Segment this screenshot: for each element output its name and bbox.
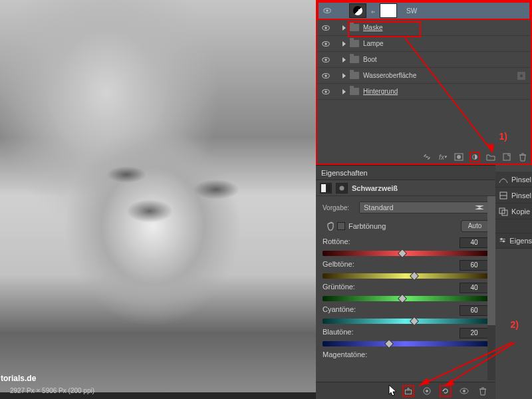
- layer-group-hintergrund[interactable]: Hintergrund: [317, 84, 531, 100]
- group-icon[interactable]: [485, 152, 496, 162]
- visibility-icon[interactable]: [321, 55, 331, 65]
- adjustment-layer-icon[interactable]: [469, 152, 480, 162]
- fx-icon[interactable]: fx▾: [438, 152, 448, 162]
- annotation-label-2: 2): [511, 319, 519, 330]
- svg-point-5: [325, 43, 327, 45]
- layer-name[interactable]: Hintergrund: [363, 88, 398, 95]
- blue-value[interactable]: 20: [460, 328, 489, 338]
- hand-tool-icon[interactable]: [325, 221, 337, 231]
- properties-icon[interactable]: [517, 72, 525, 80]
- adjustment-type-icon: [320, 183, 332, 194]
- link-layers-icon[interactable]: [422, 152, 432, 162]
- visibility-icon[interactable]: [321, 39, 331, 49]
- magenta-label: Magentatöne:: [323, 350, 367, 358]
- blue-label: Blautöne:: [323, 328, 353, 338]
- adjustment-thumb-icon[interactable]: [349, 3, 366, 18]
- preset-label: Vorgabe:: [323, 204, 359, 211]
- blue-slider[interactable]: [323, 341, 489, 346]
- expand-icon[interactable]: [342, 25, 346, 31]
- svg-rect-19: [503, 154, 510, 160]
- tint-label: Farbtönung: [348, 222, 386, 230]
- auto-button[interactable]: Auto: [461, 220, 489, 232]
- trash-icon[interactable]: [477, 385, 489, 397]
- red-label: Rottöne:: [323, 237, 350, 248]
- layer-name[interactable]: Lampe: [363, 40, 384, 47]
- expand-icon[interactable]: [342, 89, 346, 94]
- layer-group-boot[interactable]: Boot: [317, 52, 531, 68]
- trash-icon[interactable]: [517, 152, 528, 162]
- mask-view-icon[interactable]: [336, 183, 348, 194]
- collapsed-panels: Pinsel Pinsel Kopie Eigens: [495, 172, 532, 249]
- svg-point-13: [325, 90, 327, 93]
- visibility-icon[interactable]: [321, 71, 331, 80]
- side-tab-clone[interactable]: Kopie: [495, 203, 532, 219]
- svg-point-25: [426, 390, 428, 392]
- red-slider[interactable]: [323, 251, 489, 256]
- expand-icon[interactable]: [342, 73, 346, 78]
- yellow-slider[interactable]: [323, 273, 489, 279]
- tint-checkbox[interactable]: [337, 222, 345, 230]
- yellow-value[interactable]: 60: [460, 260, 489, 271]
- previous-state-icon[interactable]: [421, 385, 433, 397]
- folder-icon: [350, 56, 359, 63]
- yellow-label: Gelbtöne:: [323, 260, 354, 271]
- side-tab-brush[interactable]: Pinsel: [495, 188, 532, 203]
- cyan-label: Cyantöne:: [323, 305, 356, 316]
- folder-icon: [350, 72, 359, 79]
- properties-panel: Eigenschaften Schwarzweiß Vorgabe: Stand…: [316, 165, 495, 399]
- green-label: Grüntöne:: [323, 283, 355, 293]
- layer-name[interactable]: Wasseroberfläche: [363, 72, 416, 79]
- properties-title: Schwarzweiß: [352, 184, 398, 192]
- folder-icon: [350, 88, 359, 95]
- visibility-icon[interactable]: [321, 87, 331, 96]
- svg-point-3: [325, 27, 327, 29]
- cyan-slider[interactable]: [323, 319, 489, 324]
- svg-rect-23: [405, 390, 411, 394]
- annotation-box: [348, 21, 421, 37]
- svg-point-22: [340, 186, 344, 190]
- document-status: 2927 Px × 5906 Px (200 ppi): [10, 387, 94, 394]
- side-tab-properties[interactable]: Eigens: [495, 233, 532, 249]
- expand-icon[interactable]: [342, 41, 346, 47]
- svg-point-35: [503, 240, 505, 242]
- green-value[interactable]: 40: [460, 283, 489, 293]
- preset-select[interactable]: Standard: [359, 201, 489, 213]
- document-canvas[interactable]: torials.de 2927 Px × 5906 Px (200 ppi): [0, 0, 316, 399]
- layer-group-wasser[interactable]: Wasseroberfläche: [317, 68, 531, 84]
- toggle-visibility-icon[interactable]: [458, 385, 470, 397]
- layer-group-lampe[interactable]: Lampe: [317, 36, 531, 52]
- scrollbar[interactable]: [487, 196, 495, 380]
- mask-icon[interactable]: [454, 152, 464, 162]
- scroll-thumb[interactable]: [487, 196, 495, 325]
- green-slider[interactable]: [323, 296, 489, 301]
- svg-point-17: [457, 155, 461, 159]
- layer-row-sw[interactable]: SW: [317, 1, 531, 20]
- preset-value: Standard: [364, 203, 394, 211]
- layer-name[interactable]: SW: [406, 7, 417, 15]
- mask-thumb-icon[interactable]: [380, 3, 397, 18]
- visibility-icon[interactable]: [321, 23, 331, 33]
- properties-tab[interactable]: Eigenschaften: [316, 166, 495, 180]
- expand-icon[interactable]: [342, 57, 346, 63]
- new-layer-icon[interactable]: [501, 152, 512, 162]
- red-value[interactable]: 40: [460, 237, 489, 248]
- layer-name[interactable]: Boot: [363, 56, 377, 63]
- reset-icon[interactable]: [440, 385, 452, 397]
- side-tab-brush-presets[interactable]: Pinsel: [495, 172, 532, 188]
- visibility-icon[interactable]: [323, 6, 332, 15]
- layers-panel: SW Maske Lampe Boot Wasseroberfläche: [316, 0, 532, 165]
- cyan-value[interactable]: 60: [460, 305, 489, 316]
- clip-to-layer-icon[interactable]: [402, 385, 414, 397]
- watermark-text: torials.de: [1, 374, 36, 383]
- folder-icon: [350, 40, 359, 47]
- link-icon: [370, 8, 376, 13]
- svg-rect-11: [519, 74, 523, 78]
- svg-point-27: [463, 390, 466, 392]
- artwork-image: [0, 0, 316, 392]
- svg-point-7: [325, 59, 327, 61]
- svg-point-34: [500, 238, 502, 240]
- svg-point-1: [326, 9, 329, 12]
- annotation-label-1: 1): [499, 131, 507, 142]
- svg-point-9: [325, 74, 327, 77]
- chevron-down-icon: [475, 205, 484, 209]
